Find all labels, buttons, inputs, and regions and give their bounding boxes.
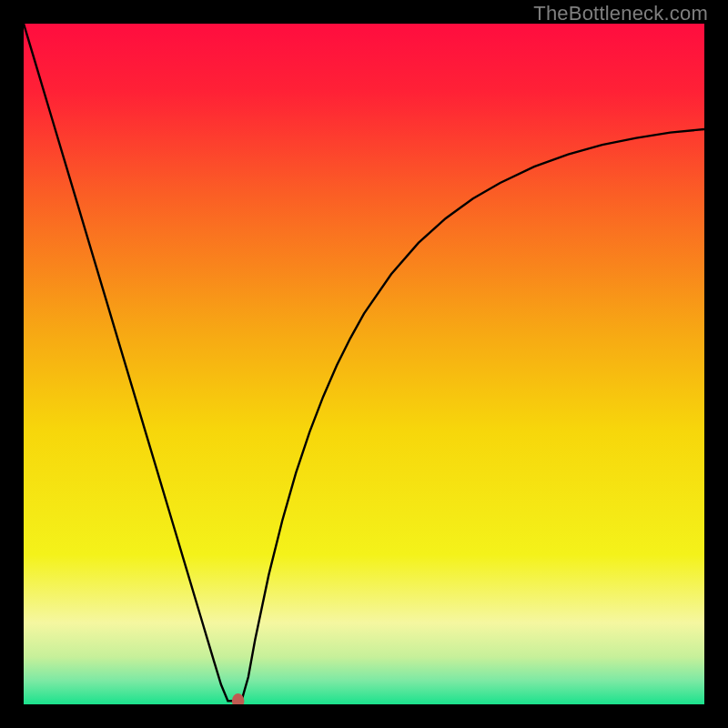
chart-container: TheBottleneck.com bbox=[0, 0, 728, 728]
watermark-text: TheBottleneck.com bbox=[533, 2, 708, 25]
plot-area bbox=[24, 24, 704, 704]
bottleneck-chart bbox=[24, 24, 704, 704]
